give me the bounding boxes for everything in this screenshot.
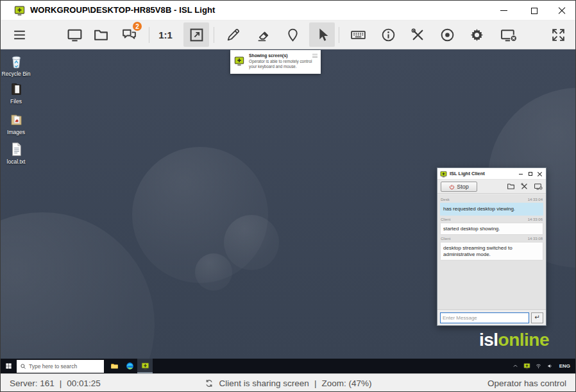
chat-message: Client 14:33:08 desktop streaming switch… — [440, 237, 543, 260]
chat-log[interactable]: Desk 14:33:04 has requested desktop view… — [437, 194, 546, 309]
logo-suffix: online — [498, 330, 549, 350]
fit-screen-button[interactable] — [183, 22, 209, 47]
client-close-button[interactable] — [535, 168, 545, 180]
settings-button[interactable] — [464, 22, 489, 47]
scale-label: 1:1 — [158, 30, 173, 40]
gear-icon — [469, 27, 485, 43]
maximize-button[interactable] — [520, 1, 549, 21]
chat-input[interactable] — [440, 312, 529, 323]
tools-icon — [410, 27, 426, 43]
tray-language[interactable]: ENG — [557, 363, 573, 369]
chat-button[interactable]: 2 — [116, 22, 142, 47]
session-menu-button[interactable] — [6, 22, 32, 47]
message-text: started desktop showing. — [440, 223, 543, 235]
client-minimize-button[interactable] — [516, 168, 525, 180]
maximize-icon — [529, 172, 532, 176]
tray-chevron-button[interactable] — [511, 359, 521, 373]
server-label: Server: 161 — [10, 379, 55, 388]
recycle-bin-icon — [8, 53, 25, 70]
images-folder-icon — [8, 111, 25, 128]
client-toolbar: Stop — [437, 180, 546, 194]
draw-button[interactable] — [220, 22, 246, 47]
remote-taskbar: Type here to search ENG — [1, 359, 575, 373]
background-circle — [1, 212, 155, 359]
eraser-button[interactable] — [250, 22, 276, 47]
keyboard-button[interactable] — [345, 22, 371, 47]
isl-light-window: WORKGROUP\DESKTOP-HR85V8B - ISL Light 2 … — [0, 0, 576, 392]
client-file-transfer-button[interactable] — [507, 182, 515, 191]
taskbar-search[interactable]: Type here to search — [17, 360, 104, 373]
stop-sharing-button[interactable] — [495, 22, 523, 47]
sharing-notification-popup: Showing screen(s) Operator is able to re… — [230, 50, 321, 74]
tray-network-button[interactable] — [534, 359, 544, 373]
pencil-icon — [225, 27, 241, 43]
tools-icon — [520, 182, 529, 191]
taskbar-file-explorer[interactable] — [106, 359, 122, 373]
chat-input-row: ↵ — [437, 309, 546, 325]
send-button[interactable]: ↵ — [531, 312, 543, 323]
pointer-marker-button[interactable] — [280, 22, 305, 47]
start-button[interactable] — [1, 359, 17, 373]
client-tools-button[interactable] — [520, 182, 529, 191]
keyboard-icon — [350, 27, 366, 43]
message-time: 14:33:04 — [528, 198, 543, 201]
status-bar: Server: 161 | 00:01:25 Client is sharing… — [1, 373, 575, 392]
isl-app-icon — [523, 362, 530, 370]
chat-message: Client 14:33:06 started desktop showing. — [440, 217, 543, 235]
status-separator: | — [60, 379, 62, 388]
desktop-icon-files[interactable]: Files — [1, 80, 31, 105]
stop-button[interactable]: Stop — [441, 182, 477, 192]
sharing-status: Client is sharing screen — [219, 379, 309, 388]
desktop-icon-recycle-bin[interactable]: Recycle Bin — [1, 53, 31, 77]
maximize-icon — [531, 8, 538, 14]
minimize-button[interactable] — [489, 1, 518, 21]
file-explorer-icon — [110, 362, 119, 370]
message-time: 14:33:08 — [528, 237, 543, 241]
chat-message: Desk 14:33:04 has requested desktop view… — [440, 198, 543, 216]
search-icon — [20, 363, 26, 370]
desktop-icon-local-txt[interactable]: local.txt — [1, 141, 31, 165]
client-desktop-sharing-button[interactable] — [534, 182, 543, 191]
message-time: 14:33:06 — [528, 217, 543, 221]
client-maximize-button[interactable] — [525, 168, 535, 180]
desktop-icon-label: Recycle Bin — [1, 71, 31, 77]
close-icon — [558, 7, 566, 15]
taskbar-edge[interactable] — [122, 359, 137, 373]
isl-app-icon — [234, 56, 244, 66]
power-icon — [449, 184, 455, 190]
tools-button[interactable] — [405, 22, 430, 47]
folder-icon — [507, 182, 515, 191]
fullscreen-button[interactable] — [545, 22, 571, 47]
edge-browser-icon — [126, 362, 134, 370]
monitor-gear-icon — [534, 182, 543, 191]
network-icon — [536, 363, 541, 369]
main-toolbar: 2 1:1 — [1, 21, 575, 49]
client-window-title: ISL Light Client — [450, 171, 485, 176]
logo-prefix: isl — [479, 330, 498, 350]
status-sharing-info: Client is sharing screen | Zoom: (47%) — [205, 379, 372, 388]
notification-menu-icon[interactable] — [312, 54, 318, 59]
system-tray: ENG — [511, 359, 575, 373]
session-info-button[interactable] — [375, 22, 401, 47]
record-button[interactable] — [434, 22, 460, 47]
actual-size-button[interactable]: 1:1 — [153, 22, 178, 47]
tray-volume-button[interactable] — [545, 359, 555, 373]
taskbar-isl-light[interactable] — [137, 359, 153, 373]
status-server-info: Server: 161 | 00:01:25 — [10, 379, 101, 388]
minimize-icon — [500, 10, 507, 11]
islonline-logo: islonline — [479, 330, 549, 350]
client-title-bar: ISL Light Client — [437, 168, 546, 180]
tray-isl-icon-button[interactable] — [522, 359, 532, 373]
zoom-level: Zoom: (47%) — [321, 379, 371, 388]
monitors-button[interactable] — [62, 22, 87, 47]
folder-icon — [93, 27, 109, 43]
background-circle — [224, 215, 279, 270]
cursor-button[interactable] — [309, 22, 335, 47]
file-manager-button[interactable] — [88, 22, 114, 47]
desktop-icon-images[interactable]: Images — [1, 111, 31, 135]
close-button[interactable] — [547, 1, 576, 21]
isl-light-client-window: ISL Light Client Stop Desk 14:33:04 — [437, 167, 546, 326]
fit-screen-icon — [189, 27, 205, 43]
toolbar-separator — [339, 27, 339, 43]
monitor-icon — [67, 27, 83, 43]
